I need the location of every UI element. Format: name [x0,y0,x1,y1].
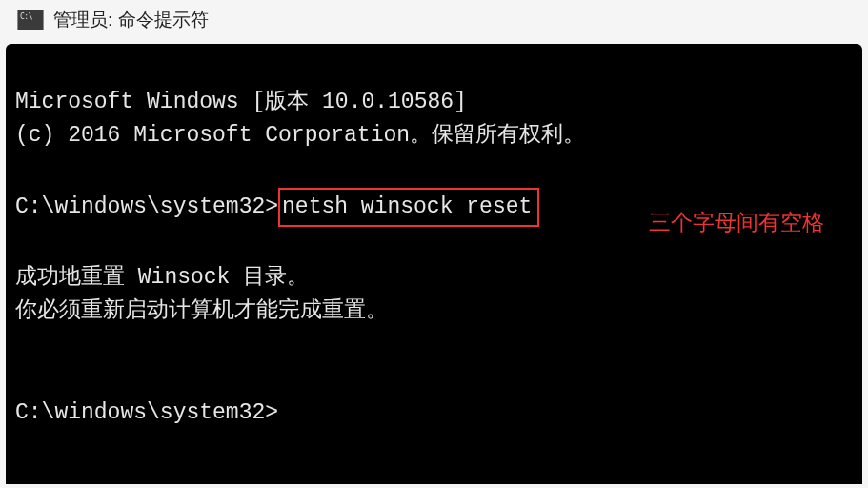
window-title: 管理员: 命令提示符 [53,8,209,32]
result-line-1: 成功地重置 Winsock 目录。 [15,265,309,290]
prompt-1: C:\windows\system32> [15,194,278,219]
terminal-body[interactable]: Microsoft Windows [版本 10.0.10586] (c) 20… [6,44,862,484]
command-1: netsh winsock reset [282,194,532,219]
result-line-2: 你必须重新启动计算机才能完成重置。 [15,298,388,323]
prompt-2: C:\windows\system32> [15,400,278,425]
version-line: Microsoft Windows [版本 10.0.10586] [15,90,467,114]
copyright-line: (c) 2016 Microsoft Corporation。保留所有权利。 [15,123,585,148]
window-title-bar: 管理员: 命令提示符 [0,0,868,44]
cmd-icon [17,10,44,30]
command-highlight: netsh winsock reset [278,188,539,228]
annotation-note: 三个字母间有空格 [649,206,824,240]
command-line-1: C:\windows\system32>netsh winsock reset [15,194,539,219]
